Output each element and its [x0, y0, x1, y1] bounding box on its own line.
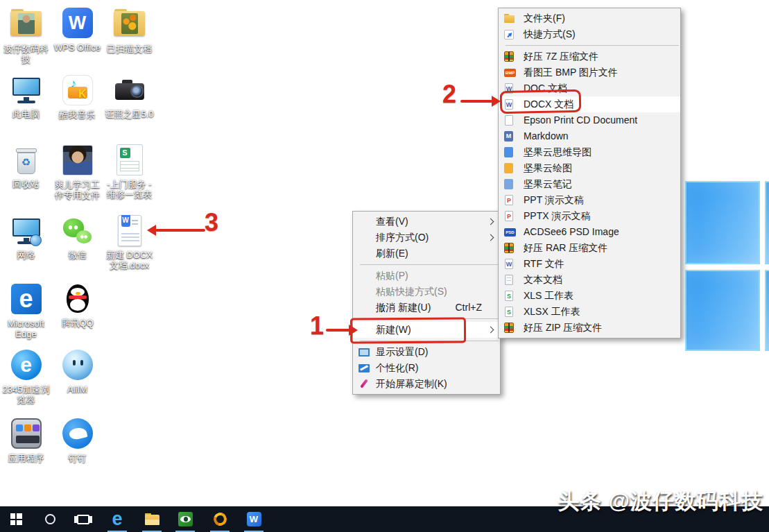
- annotation-arrow-1: [326, 329, 351, 332]
- desktop-icon-this-pc[interactable]: 此电脑: [0, 74, 52, 119]
- network-icon: [10, 215, 42, 247]
- annotation-box-new: [350, 317, 466, 343]
- desktop-icon-aliim[interactable]: AliIM: [51, 349, 103, 395]
- desktop-icon-new-docx[interactable]: W新建 DOCX 文档.docx: [103, 215, 155, 271]
- submenu-item-ppt[interactable]: PPPT 演示文稿: [499, 192, 680, 208]
- start-button[interactable]: [1, 506, 31, 532]
- desktop-icon-label: 爽儿学习工 作专用文件: [51, 180, 103, 200]
- xlsx-file-icon: S: [504, 307, 515, 318]
- edge-icon: e: [10, 284, 42, 316]
- shortcut-icon: [504, 29, 515, 40]
- desktop-icon-2345-browser[interactable]: e2345加速浏 览器: [0, 349, 52, 405]
- menu-separator: [506, 45, 679, 46]
- desktop-icon-network[interactable]: 网络: [0, 215, 52, 260]
- submenu-item-xlsx[interactable]: SXLSX 工作表: [499, 304, 680, 320]
- menu-item-label: 排序方式(O): [376, 232, 429, 243]
- desktop-icon-bozai-folder[interactable]: 波仔数码科 技: [0, 7, 52, 65]
- desktop-icon-microsoft-edge[interactable]: eMicrosoft Edge: [0, 283, 52, 339]
- desktop-icon-label: 2345加速浏 览器: [0, 384, 52, 405]
- submenu-item-epson[interactable]: Epson Print CD Document: [499, 112, 680, 128]
- annotation-arrow-3: [155, 229, 205, 232]
- browser-icon: e: [10, 350, 42, 381]
- chevron-right-icon: [487, 234, 494, 241]
- submenu-item-nut-mindmap[interactable]: 坚果云思维导图: [499, 144, 680, 160]
- menu-item-label: 坚果云笔记: [524, 178, 572, 189]
- taskbar-explorer-button[interactable]: [137, 506, 166, 532]
- watermark-text: 头条 @波仔数码科技: [558, 487, 763, 516]
- desktop-icon-apps[interactable]: 应用程序: [0, 418, 52, 463]
- word-document-icon: W: [114, 215, 146, 247]
- desktop-icon-service-sheet[interactable]: S-上门服务 - 维修一览表: [103, 144, 155, 200]
- desktop-icon-label: WPS Office: [51, 42, 103, 53]
- submenu-item-zip[interactable]: 好压 ZIP 压缩文件: [499, 320, 680, 336]
- desktop-icon-wechat[interactable]: 微信: [51, 215, 103, 260]
- menu-item-paste[interactable]: 粘贴(P): [353, 268, 500, 284]
- menu-item-label: 好压 RAR 压缩文件: [524, 242, 607, 253]
- menu-item-paste-shortcut[interactable]: 粘贴快捷方式(S): [353, 284, 500, 300]
- taskbar-wps-button[interactable]: W: [239, 506, 268, 532]
- nutstore-note-icon: [504, 179, 515, 190]
- menu-item-sort-by[interactable]: 排序方式(O): [353, 230, 500, 246]
- desktop-icon-label: AliIM: [51, 384, 103, 395]
- aliim-icon: [62, 350, 94, 381]
- menu-item-label: Markdown: [524, 130, 569, 141]
- menu-item-label: XLSX 工作表: [524, 306, 580, 317]
- desktop-icon-label: 回收站: [0, 179, 52, 189]
- desktop-icon-kuwo-music[interactable]: ♪K酷我音乐: [51, 74, 103, 120]
- haozip-archive-icon: [504, 51, 515, 62]
- menu-item-label: 快捷方式(S): [524, 28, 576, 40]
- submenu-item-folder[interactable]: 文件夹(F): [499, 10, 680, 26]
- cortana-search-button[interactable]: [35, 506, 64, 532]
- submenu-item-txt[interactable]: 文本文档: [499, 272, 680, 288]
- desktop-icon-label: 应用程序: [0, 453, 52, 463]
- dingtalk-icon: [62, 418, 94, 450]
- taskbar-haozip-button[interactable]: [205, 506, 234, 532]
- blank-page-icon: [504, 115, 515, 126]
- menu-item-label: PPT 演示文稿: [524, 194, 584, 205]
- submenu-item-xls[interactable]: SXLS 工作表: [499, 288, 680, 304]
- chevron-right-icon: [487, 327, 494, 334]
- desktop-icon-wps-office[interactable]: WWPS Office: [51, 7, 103, 53]
- submenu-item-7z[interactable]: 好压 7Z 压缩文件: [499, 49, 680, 65]
- nutstore-mindmap-icon: [504, 147, 515, 158]
- windows-logo-icon: [10, 513, 22, 525]
- desktop-icon-label: -上门服务 - 维修一览表: [103, 179, 155, 200]
- desktop-icon-zhengzhao-star[interactable]: 证照之星5.0: [103, 74, 155, 119]
- desktop-icon-scanned-docs[interactable]: 已扫描文档: [103, 7, 155, 54]
- menu-item-display-settings[interactable]: 显示设置(D): [353, 344, 500, 360]
- desktop-icon-recycle-bin[interactable]: ♻回收站: [0, 144, 52, 189]
- menu-item-label: 查看(V): [376, 216, 408, 227]
- desktop-icon-shuanger-files[interactable]: 爽儿学习工 作专用文件: [51, 144, 103, 200]
- desktop-icon-label: 证照之星5.0: [103, 109, 155, 119]
- menu-separator: [360, 264, 499, 265]
- menu-item-personalize[interactable]: 个性化(R): [353, 360, 500, 376]
- submenu-item-pptx[interactable]: PPPTX 演示文稿: [499, 208, 680, 224]
- desktop-icon-dingtalk[interactable]: 钉钉: [51, 418, 103, 463]
- submenu-item-rar[interactable]: 好压 RAR 压缩文件: [499, 240, 680, 256]
- photo-icon: [62, 145, 94, 177]
- taskbar-edge-button[interactable]: e: [103, 506, 132, 532]
- markdown-icon: M: [504, 131, 515, 142]
- desktop-icon-tencent-qq[interactable]: 腾讯QQ: [51, 283, 103, 328]
- submenu-item-nut-draw[interactable]: 坚果云绘图: [499, 160, 680, 176]
- menu-item-refresh[interactable]: 刷新(E): [353, 246, 500, 261]
- task-view-button[interactable]: [69, 506, 98, 532]
- qq-penguin-icon: [62, 283, 94, 315]
- submenu-item-markdown[interactable]: MMarkdown: [499, 128, 680, 144]
- annotation-number-2: 2: [442, 82, 456, 107]
- taskbar-acdsee-button[interactable]: [171, 506, 200, 532]
- submenu-item-bmp[interactable]: BMP看图王 BMP 图片文件: [499, 65, 680, 80]
- camera-icon: [114, 74, 146, 106]
- ppt-file-icon: P: [504, 195, 515, 206]
- xls-file-icon: S: [504, 291, 515, 302]
- menu-item-view[interactable]: 查看(V): [353, 214, 500, 230]
- submenu-item-shortcut[interactable]: 快捷方式(S): [499, 26, 680, 42]
- submenu-item-nut-note[interactable]: 坚果云笔记: [499, 176, 680, 192]
- submenu-item-psd[interactable]: PSDACDSee6 PSD Image: [499, 224, 680, 240]
- wps-icon: W: [247, 512, 261, 526]
- menu-item-undo-new[interactable]: 撤消 新建(U)Ctrl+Z: [353, 300, 500, 316]
- menu-item-label: 看图王 BMP 图片文件: [524, 67, 618, 78]
- menu-item-start-screen[interactable]: 开始屏幕定制(K): [353, 376, 500, 392]
- annotation-number-1: 1: [310, 314, 324, 338]
- submenu-item-rtf[interactable]: WRTF 文件: [499, 256, 680, 272]
